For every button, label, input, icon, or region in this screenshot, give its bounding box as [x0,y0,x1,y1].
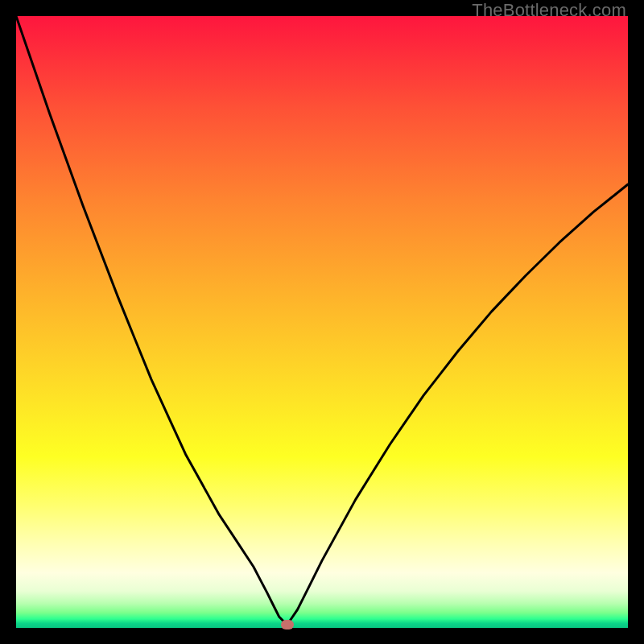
watermark-label: TheBottleneck.com [472,0,626,21]
curve-right-branch [287,184,628,625]
chart-frame [16,16,628,628]
chart-curve [16,16,628,628]
curve-left-branch [16,16,287,625]
curve-minimum-marker [281,620,294,630]
